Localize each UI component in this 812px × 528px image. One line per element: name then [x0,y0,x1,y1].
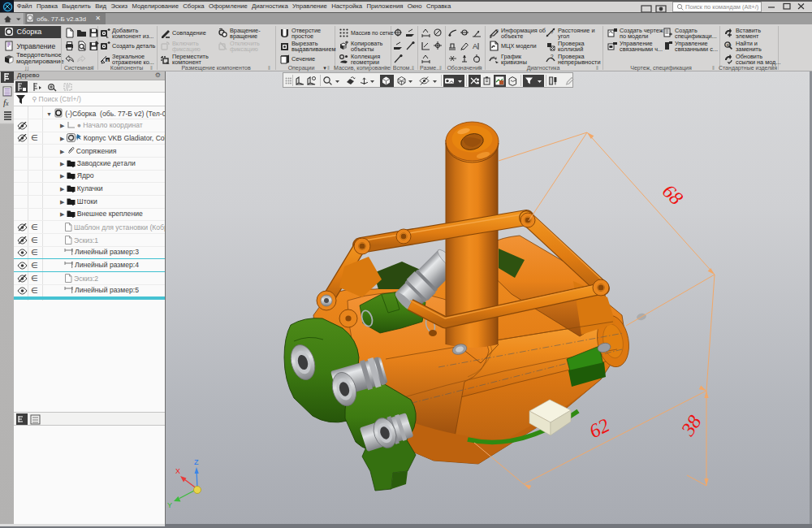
svg-text:А: А [473,42,477,50]
svg-text:62: 62 [585,414,612,442]
svg-text:68: 68 [659,180,687,209]
svg-text:?: ? [551,54,554,59]
svg-text:X: X [175,467,180,475]
svg-text:Z: Z [194,458,199,466]
svg-text:?: ? [495,28,499,34]
svg-text:38: 38 [676,412,705,440]
svg-text:?: ? [551,30,554,35]
svg-text:a: a [106,58,109,63]
svg-text:Y: Y [167,501,172,509]
svg-text:ab: ab [726,42,731,47]
